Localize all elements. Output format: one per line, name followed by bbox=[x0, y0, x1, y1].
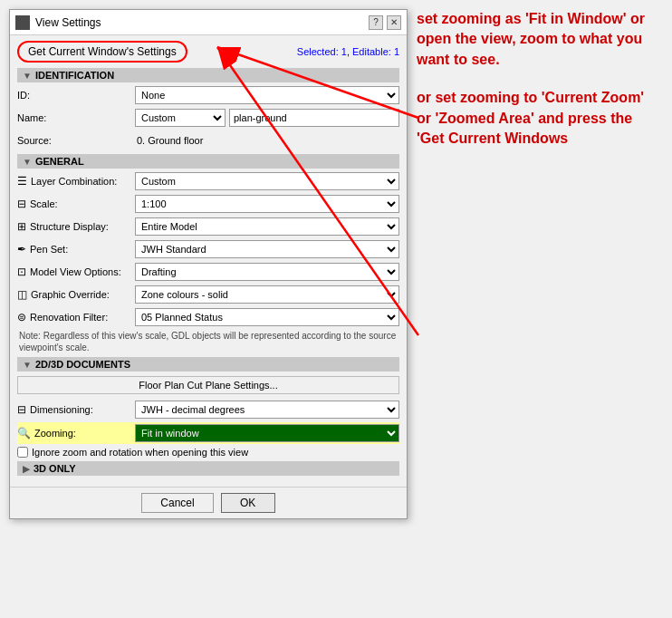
floor-plan-button[interactable]: Floor Plan Cut Plane Settings... bbox=[17, 376, 399, 394]
renovation-filter-row: ⊜ Renovation Filter: 05 Planned Status bbox=[17, 307, 399, 327]
ignore-zoom-row: Ignore zoom and rotation when opening th… bbox=[17, 447, 399, 458]
structure-display-row: ⊞ Structure Display: Entire Model bbox=[17, 217, 399, 237]
ignore-zoom-label: Ignore zoom and rotation when opening th… bbox=[32, 447, 248, 458]
model-view-icon: ⊡ bbox=[17, 266, 26, 278]
renovation-filter-control: 05 Planned Status bbox=[135, 308, 399, 326]
help-button[interactable]: ? bbox=[369, 15, 383, 30]
annotation-text-2: or set zooming to 'Current Zoom' or 'Zoo… bbox=[417, 88, 661, 149]
renovation-filter-select[interactable]: 05 Planned Status bbox=[135, 308, 399, 326]
name-select[interactable]: Custom bbox=[135, 109, 226, 127]
model-view-row: ⊡ Model View Options: Drafting bbox=[17, 262, 399, 282]
selected-value: 1 bbox=[341, 46, 347, 57]
dialog-body: Get Current Window's Settings Selected: … bbox=[10, 35, 407, 483]
zooming-select[interactable]: Fit in window bbox=[135, 424, 399, 442]
source-control: 0. Ground floor bbox=[135, 135, 399, 146]
source-value: 0. Ground floor bbox=[135, 135, 205, 146]
dialog-footer: Cancel OK bbox=[10, 487, 407, 518]
zooming-row: 🔍 Zooming: Fit in window bbox=[17, 422, 399, 444]
zooming-label: 🔍 Zooming: bbox=[17, 427, 135, 439]
pen-set-label: ✒ Pen Set: bbox=[17, 243, 135, 256]
id-select[interactable]: None bbox=[135, 86, 399, 104]
get-current-button[interactable]: Get Current Window's Settings bbox=[17, 41, 187, 63]
scale-row: ⊟ Scale: 1:100 bbox=[17, 194, 399, 214]
pen-set-control: JWH Standard bbox=[135, 240, 399, 258]
scale-select[interactable]: 1:100 bbox=[135, 195, 399, 213]
graphic-override-select[interactable]: Zone colours - solid bbox=[135, 285, 399, 304]
editable-value: 1 bbox=[394, 46, 399, 57]
selected-label: Selected: bbox=[297, 46, 341, 57]
threed-arrow-icon: ▶ bbox=[23, 464, 30, 474]
selected-info: Selected: 1, Editable: 1 bbox=[297, 46, 399, 57]
name-input[interactable] bbox=[229, 109, 399, 127]
layer-combination-row: ☰ Layer Combination: Custom bbox=[17, 171, 399, 191]
structure-display-label: ⊞ Structure Display: bbox=[17, 220, 135, 233]
model-view-select[interactable]: Drafting bbox=[135, 263, 399, 281]
general-arrow-icon: ▼ bbox=[23, 157, 32, 167]
scale-icon: ⊟ bbox=[17, 198, 26, 210]
structure-display-icon: ⊞ bbox=[17, 220, 26, 233]
identification-section-label: IDENTIFICATION bbox=[35, 70, 114, 81]
layer-combination-select[interactable]: Custom bbox=[135, 172, 399, 190]
ok-button[interactable]: OK bbox=[221, 493, 275, 513]
documents-section-header[interactable]: ▼ 2D/3D DOCUMENTS bbox=[17, 357, 399, 372]
pen-set-select[interactable]: JWH Standard bbox=[135, 240, 399, 258]
scale-label: ⊟ Scale: bbox=[17, 198, 135, 210]
editable-label: Editable: bbox=[352, 46, 394, 57]
dialog-icon bbox=[15, 15, 30, 30]
general-note: Note: Regardless of this view's scale, G… bbox=[17, 330, 399, 353]
documents-section-label: 2D/3D DOCUMENTS bbox=[35, 359, 130, 370]
identification-arrow-icon: ▼ bbox=[23, 71, 32, 81]
title-bar: View Settings ? ✕ bbox=[10, 10, 407, 35]
zooming-control: Fit in window bbox=[135, 424, 399, 442]
ignore-zoom-checkbox[interactable] bbox=[17, 447, 28, 458]
layer-combination-label: ☰ Layer Combination: bbox=[17, 175, 135, 188]
dimensioning-label: ⊟ Dimensioning: bbox=[17, 403, 135, 416]
general-section-label: GENERAL bbox=[35, 156, 84, 167]
top-bar: Get Current Window's Settings Selected: … bbox=[17, 41, 399, 63]
name-label: Name: bbox=[17, 112, 135, 123]
cancel-button[interactable]: Cancel bbox=[141, 493, 213, 513]
title-controls: ? ✕ bbox=[369, 15, 401, 30]
model-view-control: Drafting bbox=[135, 263, 399, 281]
dimensioning-row: ⊟ Dimensioning: JWH - decimal degrees bbox=[17, 400, 399, 420]
graphic-override-icon: ◫ bbox=[17, 288, 27, 301]
name-row: Name: Custom bbox=[17, 108, 399, 128]
scale-control: 1:100 bbox=[135, 195, 399, 213]
graphic-override-row: ◫ Graphic Override: Zone colours - solid bbox=[17, 285, 399, 304]
renovation-filter-label: ⊜ Renovation Filter: bbox=[17, 311, 135, 323]
name-control: Custom bbox=[135, 109, 399, 127]
annotation-area: set zooming as 'Fit in Window' or open t… bbox=[417, 9, 661, 149]
source-row: Source: 0. Ground floor bbox=[17, 130, 399, 150]
renovation-filter-icon: ⊜ bbox=[17, 311, 26, 323]
layer-combination-icon: ☰ bbox=[17, 175, 27, 188]
model-view-label: ⊡ Model View Options: bbox=[17, 266, 135, 278]
graphic-override-control: Zone colours - solid bbox=[135, 285, 399, 304]
documents-arrow-icon: ▼ bbox=[23, 360, 32, 370]
threed-section-header[interactable]: ▶ 3D ONLY bbox=[17, 461, 399, 476]
dimensioning-control: JWH - decimal degrees bbox=[135, 401, 399, 419]
dimensioning-icon: ⊟ bbox=[17, 403, 26, 416]
threed-section-label: 3D ONLY bbox=[34, 463, 76, 474]
structure-display-control: Entire Model bbox=[135, 217, 399, 236]
dimensioning-select[interactable]: JWH - decimal degrees bbox=[135, 401, 399, 419]
id-control: None bbox=[135, 86, 399, 104]
structure-display-select[interactable]: Entire Model bbox=[135, 217, 399, 236]
pen-set-row: ✒ Pen Set: JWH Standard bbox=[17, 239, 399, 259]
view-settings-dialog: View Settings ? ✕ Get Current Window's S… bbox=[9, 9, 408, 519]
id-label: ID: bbox=[17, 90, 135, 101]
source-label: Source: bbox=[17, 135, 135, 146]
pen-set-icon: ✒ bbox=[17, 243, 26, 256]
annotation-text-1: set zooming as 'Fit in Window' or open t… bbox=[417, 9, 661, 70]
graphic-override-label: ◫ Graphic Override: bbox=[17, 288, 135, 301]
close-button[interactable]: ✕ bbox=[387, 15, 401, 30]
id-row: ID: None bbox=[17, 85, 399, 105]
identification-section-header[interactable]: ▼ IDENTIFICATION bbox=[17, 68, 399, 82]
zooming-icon: 🔍 bbox=[17, 427, 31, 439]
general-section-header[interactable]: ▼ GENERAL bbox=[17, 154, 399, 169]
layer-combination-control: Custom bbox=[135, 172, 399, 190]
dialog-title: View Settings bbox=[35, 16, 101, 29]
